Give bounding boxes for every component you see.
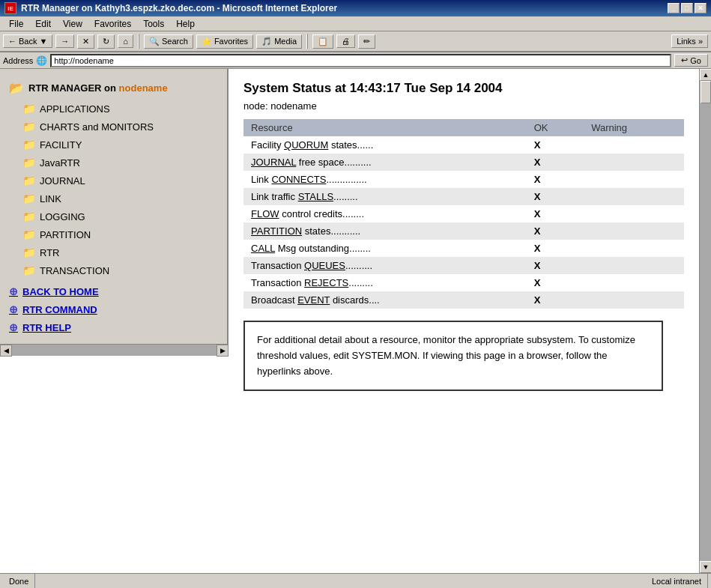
status-text: Done: [3, 574, 35, 588]
menu-help[interactable]: Help: [170, 17, 201, 31]
resource-link[interactable]: FLOW: [251, 208, 279, 219]
print-icon: 🖨: [342, 37, 350, 46]
toolbar-separator-1: [138, 34, 139, 49]
scroll-thumb[interactable]: [701, 81, 711, 103]
scroll-track: [12, 345, 217, 356]
back-button[interactable]: ← Back ▼: [3, 34, 52, 48]
sidebar-item-javartr[interactable]: 📁 JavaRTR: [0, 154, 227, 172]
address-input[interactable]: [50, 54, 671, 67]
scroll-right-button[interactable]: ▶: [217, 345, 229, 357]
print-button[interactable]: 🖨: [336, 34, 355, 48]
sidebar-item-rtr-label: RTR: [40, 247, 59, 258]
go-button[interactable]: ↩ Go: [674, 54, 708, 67]
rtr-command-icon: ⊕: [9, 303, 18, 315]
resource-link[interactable]: CALL: [251, 243, 275, 254]
menu-view[interactable]: View: [57, 17, 88, 31]
media-button[interactable]: 🎵 Media: [256, 34, 302, 49]
resource-cell: FLOW control credits........: [243, 205, 527, 222]
warning-cell: [584, 171, 684, 188]
resource-link[interactable]: QUEUES: [304, 260, 345, 271]
ok-mark: X: [534, 260, 541, 271]
sidebar: 📂 RTR MANAGER on nodename 📁 APPLICATIONS…: [0, 69, 229, 344]
resource-link[interactable]: QUORUM: [284, 139, 328, 151]
scroll-up-button[interactable]: ▲: [700, 69, 711, 81]
warning-cell: [584, 136, 684, 154]
links-label: Links »: [677, 37, 703, 46]
sidebar-root-label: RTR MANAGER on nodename: [28, 82, 168, 94]
sidebar-item-partition[interactable]: 📁 PARTITION: [0, 225, 227, 243]
sidebar-item-rtr[interactable]: 📁 RTR: [0, 243, 227, 261]
history-button[interactable]: 📋: [312, 34, 333, 49]
sidebar-item-back-home[interactable]: ⊕ BACK TO HOME: [0, 282, 227, 300]
sidebar-item-facility[interactable]: 📁 FACILITY: [0, 136, 227, 154]
ok-cell: X: [527, 171, 584, 188]
minimize-button[interactable]: _: [668, 3, 680, 13]
link-folder-icon: 📁: [22, 193, 35, 204]
rtr-help-icon: ⊕: [9, 321, 18, 333]
rtr-folder-icon: 📁: [22, 246, 35, 258]
resource-cell: Broadcast EVENT discards....: [243, 291, 527, 309]
sidebar-h-scrollbar[interactable]: ◀ ▶: [0, 344, 229, 356]
scroll-track-right: [700, 81, 711, 561]
sidebar-item-rtr-help-label: RTR HELP: [22, 322, 71, 333]
resource-cell: CALL Msg outstanding........: [243, 240, 527, 257]
edit-button[interactable]: ✏: [358, 34, 375, 49]
toolbar: ← Back ▼ → ✕ ↻ ⌂ 🔍 Search ⭐ Favorites 🎵 …: [0, 31, 711, 52]
back-home-icon: ⊕: [9, 285, 18, 297]
table-row: PARTITION states...........X: [243, 222, 684, 240]
resource-cell: Transaction QUEUES..........: [243, 257, 527, 274]
forward-button[interactable]: →: [55, 34, 74, 48]
window-controls[interactable]: _ □ ✕: [668, 3, 707, 13]
close-button[interactable]: ✕: [695, 3, 707, 13]
menu-tools[interactable]: Tools: [137, 17, 170, 31]
sidebar-item-javartr-label: JavaRTR: [40, 157, 80, 169]
refresh-button[interactable]: ↻: [97, 34, 115, 49]
sidebar-item-journal[interactable]: 📁 JOURNAL: [0, 172, 227, 190]
window-title: RTR Manager on Kathyh3.espzk.zko.dec.com…: [21, 3, 337, 13]
sidebar-item-transaction[interactable]: 📁 TRANSACTION: [0, 261, 227, 279]
resource-link[interactable]: REJECTS: [304, 277, 348, 288]
stop-button[interactable]: ✕: [77, 34, 94, 49]
sidebar-item-rtr-help[interactable]: ⊕ RTR HELP: [0, 318, 227, 336]
scroll-down-button[interactable]: ▼: [700, 561, 711, 573]
warning-cell: [584, 205, 684, 222]
sidebar-item-applications[interactable]: 📁 APPLICATIONS: [0, 100, 227, 118]
sidebar-item-logging[interactable]: 📁 LOGGING: [0, 207, 227, 225]
menu-favorites[interactable]: Favorites: [88, 17, 137, 31]
home-button[interactable]: ⌂: [118, 34, 133, 48]
sidebar-item-link[interactable]: 📁 LINK: [0, 190, 227, 207]
favorites-button[interactable]: ⭐ Favorites: [196, 34, 253, 49]
warning-cell: [584, 188, 684, 205]
resource-cell: JOURNAL free space..........: [243, 154, 527, 171]
resource-link[interactable]: STALLS: [298, 191, 333, 202]
applications-folder-icon: 📁: [22, 103, 35, 115]
logging-folder-icon: 📁: [22, 210, 35, 222]
edit-icon: ✏: [363, 37, 370, 46]
resource-link[interactable]: CONNECTS: [271, 174, 326, 185]
stop-icon: ✕: [82, 37, 89, 46]
resource-link[interactable]: EVENT: [297, 294, 330, 306]
ok-mark: X: [534, 139, 541, 151]
menu-edit[interactable]: Edit: [29, 17, 57, 31]
warning-cell: [584, 154, 684, 171]
links-button[interactable]: Links »: [671, 34, 708, 48]
ok-cell: X: [527, 154, 584, 171]
status-table: Resource OK Warning Facility QUORUM stat…: [243, 119, 684, 309]
search-button[interactable]: 🔍 Search: [144, 34, 193, 49]
back-dropdown-icon[interactable]: ▼: [39, 37, 47, 46]
scroll-left-button[interactable]: ◀: [0, 345, 12, 357]
maximize-button[interactable]: □: [681, 3, 693, 13]
sidebar-item-rtr-command[interactable]: ⊕ RTR COMMAND: [0, 300, 227, 318]
right-scrollbar[interactable]: ▲ ▼: [699, 69, 711, 573]
sidebar-item-journal-label: JOURNAL: [40, 175, 85, 187]
go-label: Go: [690, 56, 701, 65]
col-warning: Warning: [584, 119, 684, 136]
title-bar: IE RTR Manager on Kathyh3.espzk.zko.dec.…: [0, 0, 711, 16]
resource-link[interactable]: PARTITION: [251, 225, 302, 237]
menu-file[interactable]: File: [3, 17, 29, 31]
ok-mark: X: [534, 157, 541, 168]
sidebar-item-charts-monitors[interactable]: 📁 CHARTS and MONITORS: [0, 118, 227, 136]
sidebar-item-transaction-label: TRANSACTION: [40, 265, 109, 276]
resource-link[interactable]: JOURNAL: [251, 157, 296, 168]
table-row: CALL Msg outstanding........X: [243, 240, 684, 257]
